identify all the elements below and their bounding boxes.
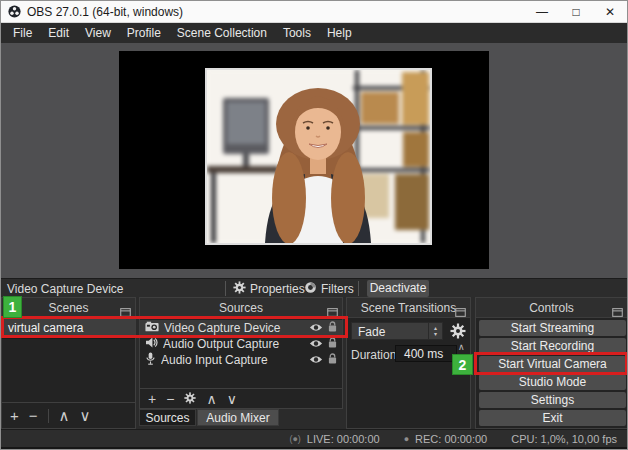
tab-sources[interactable]: Sources — [139, 409, 196, 426]
toolbar-divider — [48, 409, 49, 423]
menu-view[interactable]: View — [77, 23, 119, 43]
menu-profile[interactable]: Profile — [119, 23, 169, 43]
move-source-down-button[interactable]: ∨ — [227, 391, 237, 407]
step-1-badge: 1 — [3, 296, 22, 318]
cpu-status: CPU: 1,0%, 10,00 fps — [511, 433, 617, 445]
studio-mode-button[interactable]: Studio Mode — [479, 374, 626, 390]
status-bar: (●) LIVE: 00:00:00 ● REC: 00:00:00 CPU: … — [1, 429, 627, 447]
selected-source-label: Video Capture Device — [7, 282, 124, 296]
lock-icon[interactable] — [328, 337, 337, 351]
close-button[interactable]: ✕ — [593, 1, 627, 23]
lock-icon[interactable] — [328, 353, 337, 367]
title-bar: OBS 27.0.1 (64-bit, windows) — □ ✕ — [1, 1, 627, 23]
scene-transitions-title: Scene Transitions — [361, 301, 456, 315]
controls-header: Controls — [476, 298, 627, 318]
scenes-panel-toolbar: + − ∧ ∨ — [2, 402, 135, 428]
dock-panel-icon — [612, 303, 623, 321]
preview-canvas[interactable] — [119, 51, 489, 269]
eye-icon[interactable] — [309, 353, 323, 367]
menu-file[interactable]: File — [5, 23, 40, 43]
step-2-badge: 2 — [452, 354, 473, 375]
source-toolbar: Video Capture Device Properties — [1, 278, 627, 297]
duration-input[interactable]: 400 ms — [395, 345, 457, 362]
preview-area — [1, 43, 627, 278]
source-label: Audio Input Capture — [161, 353, 304, 367]
sources-panel: Sources — [139, 297, 343, 409]
remove-source-button[interactable]: − — [166, 391, 174, 407]
filters-icon — [304, 281, 317, 297]
spin-up-icon: ∧ — [458, 342, 465, 352]
obs-logo-icon — [8, 5, 21, 18]
rec-dot-icon: ● — [404, 434, 409, 444]
properties-label: Properties — [250, 282, 305, 296]
filters-button[interactable]: Filters — [304, 281, 354, 297]
highlight-rect-video-capture — [1, 316, 348, 338]
source-row-audio-input[interactable]: Audio Input Capture — [140, 352, 342, 368]
deactivate-button[interactable]: Deactivate — [367, 280, 429, 297]
transition-gear-icon[interactable] — [450, 323, 466, 343]
transition-select[interactable]: Fade ▴ ▾ — [351, 322, 443, 340]
start-streaming-button[interactable]: Start Streaming — [479, 320, 626, 336]
gear-icon — [233, 281, 246, 297]
toolbar-divider — [358, 281, 359, 296]
scenes-title: Scenes — [48, 301, 88, 315]
sources-panel-toolbar: + − ∧ ∨ — [140, 388, 342, 408]
sources-header: Sources — [140, 298, 342, 318]
maximize-button[interactable]: □ — [559, 1, 593, 23]
move-source-up-button[interactable]: ∧ — [206, 391, 216, 407]
source-row-audio-output[interactable]: Audio Output Capture — [140, 336, 342, 352]
sources-title: Sources — [219, 301, 263, 315]
minimize-button[interactable]: — — [525, 1, 559, 23]
webcam-photo — [205, 68, 432, 245]
dock-panel-icon — [455, 303, 466, 321]
eye-icon[interactable] — [309, 337, 323, 351]
add-source-button[interactable]: + — [148, 391, 156, 407]
move-scene-up-button[interactable]: ∧ — [59, 407, 70, 425]
filters-label: Filters — [321, 282, 354, 296]
menu-edit[interactable]: Edit — [40, 23, 77, 43]
microphone-icon — [145, 352, 156, 368]
exit-button[interactable]: Exit — [479, 410, 626, 426]
tab-audio-mixer[interactable]: Audio Mixer — [197, 409, 279, 426]
move-scene-down-button[interactable]: ∨ — [80, 407, 91, 425]
menu-help[interactable]: Help — [319, 23, 360, 43]
properties-button[interactable]: Properties — [233, 281, 305, 297]
menu-bar: File Edit View Profile Scene Collection … — [1, 23, 627, 43]
source-properties-gear-icon[interactable] — [184, 390, 196, 407]
settings-button[interactable]: Settings — [479, 392, 626, 408]
transition-selected-value: Fade — [358, 325, 385, 339]
combo-spinner[interactable]: ▴ ▾ — [428, 323, 442, 339]
rec-status: REC: 00:00:00 — [415, 433, 487, 445]
speaker-icon — [145, 337, 158, 351]
controls-title: Controls — [529, 301, 574, 315]
source-label: Audio Output Capture — [163, 337, 304, 351]
menu-scene-collection[interactable]: Scene Collection — [169, 23, 275, 43]
obs-window: OBS 27.0.1 (64-bit, windows) — □ ✕ File … — [0, 0, 628, 450]
remove-scene-button[interactable]: − — [29, 407, 38, 424]
highlight-rect-start-virtual-camera — [474, 352, 628, 375]
spin-down-icon: ▾ — [434, 331, 437, 337]
window-title: OBS 27.0.1 (64-bit, windows) — [27, 5, 183, 19]
duration-label: Duration — [351, 348, 396, 362]
toolbar-divider — [225, 281, 226, 296]
live-status: LIVE: 00:00:00 — [307, 433, 380, 445]
add-scene-button[interactable]: + — [10, 407, 19, 424]
menu-tools[interactable]: Tools — [275, 23, 319, 43]
scene-transitions-header: Scene Transitions — [347, 298, 470, 318]
live-broadcast-icon: (●) — [289, 434, 300, 444]
